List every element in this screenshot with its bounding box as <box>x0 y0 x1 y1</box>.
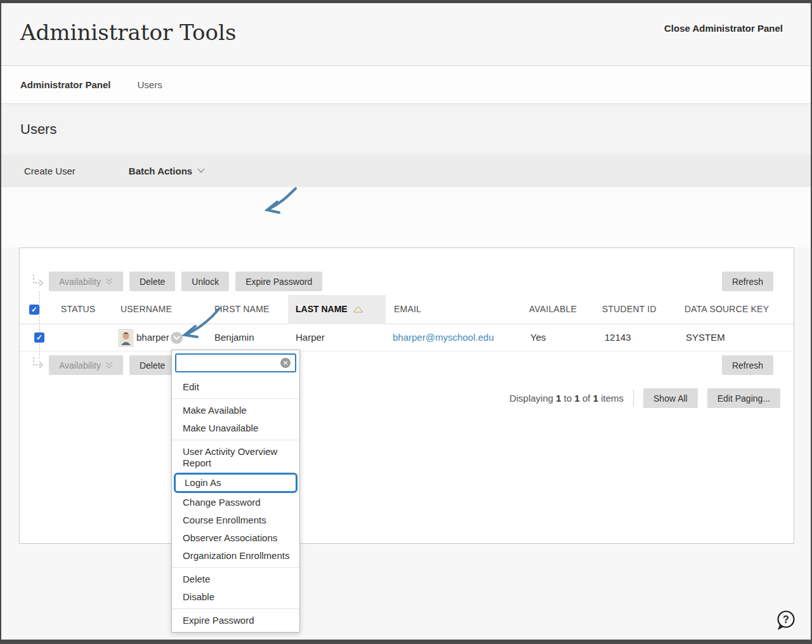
menu-item-expire-password[interactable]: Expire Password <box>172 612 299 629</box>
select-all-arrow-icon <box>30 273 48 290</box>
availability-button-bottom[interactable]: Availability <box>49 355 123 375</box>
batch-actions-label: Batch Actions <box>129 166 192 176</box>
column-data-source-key[interactable]: DATA SOURCE KEY <box>684 304 769 314</box>
double-chevron-down-icon <box>105 362 113 369</box>
double-chevron-down-icon <box>105 278 113 285</box>
page-header-title: Administrator Tools <box>20 20 236 45</box>
user-avatar <box>119 329 133 346</box>
search-strip: Search: Username Contains In All Users G… <box>1 187 811 247</box>
paging-text: Displaying 1 to 1 of 1 items <box>509 393 624 404</box>
menu-item-user-activity-overview-report[interactable]: User Activity Overview Report <box>172 443 299 472</box>
column-status[interactable]: STATUS <box>61 304 95 314</box>
row-email-link[interactable]: bharper@myschool.edu <box>393 332 494 343</box>
table-row: ✓ bharper Benjamin Harper bharper@myscho… <box>20 324 794 352</box>
edit-paging-button[interactable]: Edit Paging... <box>707 388 780 408</box>
row-available: Yes <box>530 332 546 343</box>
select-row-checkbox[interactable]: ✓ <box>34 332 44 343</box>
select-all-checkbox[interactable]: ✓ <box>29 305 39 315</box>
menu-item-change-password[interactable]: Change Password <box>172 494 299 511</box>
refresh-button[interactable]: Refresh <box>722 272 773 291</box>
menu-group: Make Available Make Unavailable <box>172 398 299 440</box>
availability-label: Availability <box>59 277 101 287</box>
menu-item-edit[interactable]: Edit <box>172 378 299 396</box>
menu-item-login-as[interactable]: Login As <box>174 473 298 493</box>
availability-label: Availability <box>59 360 101 371</box>
app-header: Administrator Tools Close Administrator … <box>1 3 811 65</box>
table-toolbar-bottom: Availability Delete <box>49 355 175 375</box>
table-header-row: ✓ STATUS USERNAME FIRST NAME LAST NAME E… <box>20 295 794 324</box>
chevron-down-icon <box>173 336 180 340</box>
row-username[interactable]: bharper <box>136 332 169 343</box>
delete-button[interactable]: Delete <box>129 272 175 291</box>
refresh-button-bottom[interactable]: Refresh <box>722 355 773 375</box>
menu-group: Delete Disable <box>172 567 299 608</box>
column-first-name[interactable]: FIRST NAME <box>214 304 270 314</box>
sort-ascending-icon <box>353 306 363 313</box>
menu-item-course-enrollments[interactable]: Course Enrollments <box>172 511 299 529</box>
unlock-button[interactable]: Unlock <box>181 272 229 291</box>
menu-item-delete[interactable]: Delete <box>172 570 299 588</box>
row-student-id: 12143 <box>605 332 631 343</box>
page-title: Users <box>20 121 56 138</box>
help-icon: ? <box>774 609 797 633</box>
menu-group: User Activity Overview Report Login As C… <box>172 440 299 567</box>
paging-bar: Displaying 1 to 1 of 1 items Show All Ed… <box>509 388 780 408</box>
users-table-card: Availability Delete Unlock Expire Passwo… <box>19 247 794 544</box>
paging-divider <box>633 390 634 407</box>
svg-text:?: ? <box>783 614 789 625</box>
expire-password-button[interactable]: Expire Password <box>235 272 322 291</box>
page-title-band: Users <box>1 104 811 154</box>
avatar-photo <box>120 331 132 345</box>
column-last-name-label: LAST NAME <box>296 304 348 314</box>
help-button[interactable]: ? <box>774 609 797 633</box>
menu-group: Edit <box>172 376 299 398</box>
column-student-id[interactable]: STUDENT ID <box>602 304 657 314</box>
user-options-menu-button[interactable] <box>171 332 183 344</box>
close-administrator-panel-button[interactable]: Close Administrator Panel <box>664 23 783 34</box>
chevron-down-icon <box>197 168 205 173</box>
column-username[interactable]: USERNAME <box>121 304 172 314</box>
menu-item-organization-enrollments[interactable]: Organization Enrollments <box>172 547 299 565</box>
clear-icon[interactable]: ✕ <box>280 358 291 368</box>
action-bar: Create User Batch Actions <box>1 154 811 187</box>
column-last-name[interactable]: LAST NAME <box>296 304 363 314</box>
user-context-menu: ✕ Edit Make Available Make Unavailable U… <box>171 350 300 633</box>
row-first-name: Benjamin <box>214 332 254 343</box>
batch-actions-button[interactable]: Batch Actions <box>129 166 205 176</box>
show-all-button[interactable]: Show All <box>643 388 698 408</box>
row-last-name: Harper <box>296 332 325 343</box>
row-data-source-key: SYSTEM <box>686 332 725 343</box>
context-menu-filter: ✕ <box>175 353 296 372</box>
breadcrumb-administrator-panel[interactable]: Administrator Panel <box>20 79 111 90</box>
breadcrumb-users: Users <box>138 79 162 90</box>
breadcrumb: Administrator Panel Users <box>1 65 811 104</box>
availability-button[interactable]: Availability <box>49 272 123 291</box>
column-available[interactable]: AVAILABLE <box>529 304 577 314</box>
column-email[interactable]: EMAIL <box>394 304 421 314</box>
menu-item-make-available[interactable]: Make Available <box>172 402 299 419</box>
select-all-arrow-icon <box>30 357 48 372</box>
create-user-button[interactable]: Create User <box>24 166 75 176</box>
menu-item-observer-associations[interactable]: Observer Associations <box>172 529 299 547</box>
context-menu-filter-input[interactable] <box>176 355 280 371</box>
table-toolbar-top: Availability Delete Unlock Expire Passwo… <box>49 272 322 291</box>
delete-button-bottom[interactable]: Delete <box>129 355 175 375</box>
menu-item-disable[interactable]: Disable <box>172 588 299 606</box>
menu-item-make-unavailable[interactable]: Make Unavailable <box>172 419 299 437</box>
menu-group: Expire Password <box>172 608 299 632</box>
